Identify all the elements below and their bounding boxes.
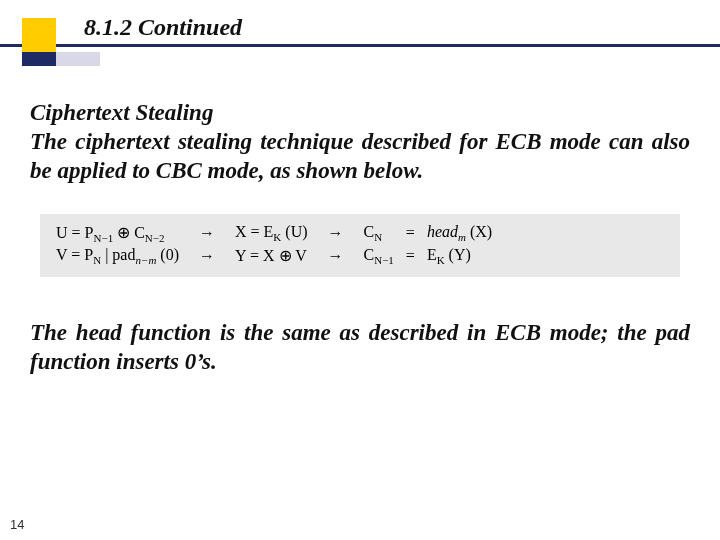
title-underline: [0, 44, 720, 47]
page-number: 14: [10, 517, 24, 532]
f1-eq: =: [400, 222, 421, 245]
formula-block: U = PN−1 ⊕ CN−2 → X = EK (U) → CN = head…: [40, 214, 680, 277]
slide-body: Ciphertext Stealing The ciphertext steal…: [30, 100, 690, 376]
formula-row-2: V = PN | padn−m (0) → Y = X ⊕ V → CN−1 =…: [50, 245, 498, 267]
f2-rhs-r: EK (Y): [421, 245, 498, 267]
paragraph-1: The ciphertext stealing technique descri…: [30, 128, 690, 186]
f2-eq: =: [400, 245, 421, 267]
f2-lhs: V = PN | padn−m (0): [50, 245, 185, 267]
accent-blue: [22, 52, 56, 66]
f2-mid: Y = X ⊕ V: [229, 245, 314, 267]
formula-table: U = PN−1 ⊕ CN−2 → X = EK (U) → CN = head…: [50, 222, 498, 267]
paragraph-2: The head function is the same as describ…: [30, 319, 690, 377]
arrow-icon: →: [185, 222, 229, 245]
f2-rhs-l: CN−1: [358, 245, 400, 267]
f1-rhs-l: CN: [358, 222, 400, 245]
f1-mid: X = EK (U): [229, 222, 314, 245]
slide-heading: 8.1.2 Continued: [84, 14, 242, 41]
bullet-square-yellow: [22, 18, 56, 52]
slide: 8.1.2 Continued Ciphertext Stealing The …: [0, 0, 720, 540]
f1-rhs-r: headm (X): [421, 222, 498, 245]
formula-row-1: U = PN−1 ⊕ CN−2 → X = EK (U) → CN = head…: [50, 222, 498, 245]
arrow-icon: →: [314, 245, 358, 267]
section-title: Ciphertext Stealing: [30, 100, 690, 126]
arrow-icon: →: [185, 245, 229, 267]
arrow-icon: →: [314, 222, 358, 245]
f1-lhs: U = PN−1 ⊕ CN−2: [50, 222, 185, 245]
accent-light: [56, 52, 100, 66]
